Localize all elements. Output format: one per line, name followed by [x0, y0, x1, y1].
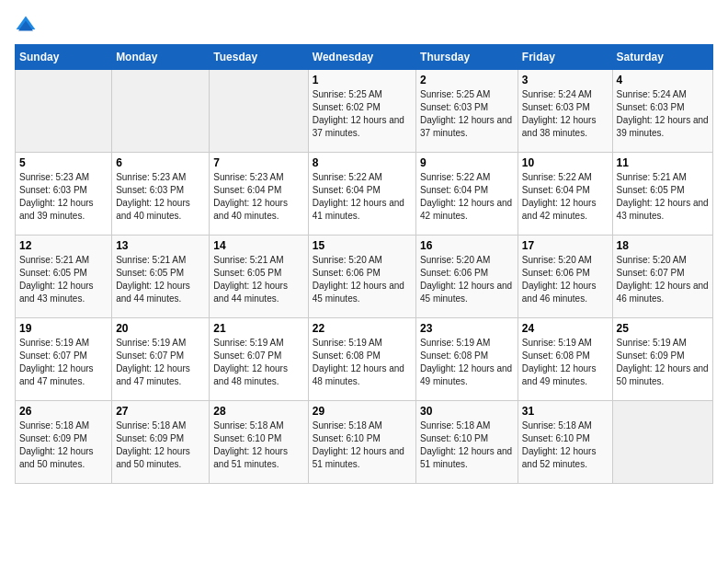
day-number: 12 — [19, 239, 108, 252]
calendar-cell: 10Sunrise: 5:22 AMSunset: 6:04 PMDayligh… — [518, 153, 612, 236]
day-info: Sunrise: 5:20 AMSunset: 6:06 PMDaylight:… — [313, 254, 412, 305]
calendar-cell: 31Sunrise: 5:18 AMSunset: 6:10 PMDayligh… — [518, 401, 612, 484]
day-number: 21 — [213, 322, 303, 335]
calendar-cell: 13Sunrise: 5:21 AMSunset: 6:05 PMDayligh… — [112, 236, 210, 318]
day-info: Sunrise: 5:19 AMSunset: 6:07 PMDaylight:… — [116, 337, 205, 388]
day-number: 1 — [313, 74, 412, 86]
day-info: Sunrise: 5:18 AMSunset: 6:10 PMDaylight:… — [522, 419, 609, 471]
day-info: Sunrise: 5:18 AMSunset: 6:09 PMDaylight:… — [19, 419, 108, 471]
calendar-cell: 30Sunrise: 5:18 AMSunset: 6:10 PMDayligh… — [416, 401, 518, 484]
calendar-cell: 26Sunrise: 5:18 AMSunset: 6:09 PMDayligh… — [16, 401, 112, 484]
day-info: Sunrise: 5:21 AMSunset: 6:05 PMDaylight:… — [213, 254, 303, 305]
day-info: Sunrise: 5:24 AMSunset: 6:03 PMDaylight:… — [617, 88, 709, 140]
day-number: 4 — [617, 74, 709, 86]
day-number: 18 — [617, 239, 709, 252]
day-info: Sunrise: 5:25 AMSunset: 6:03 PMDaylight:… — [420, 88, 514, 140]
day-number: 23 — [420, 322, 514, 335]
day-info: Sunrise: 5:19 AMSunset: 6:08 PMDaylight:… — [313, 337, 412, 388]
calendar-cell: 23Sunrise: 5:19 AMSunset: 6:08 PMDayligh… — [416, 318, 518, 401]
day-info: Sunrise: 5:19 AMSunset: 6:07 PMDaylight:… — [213, 337, 303, 388]
day-number: 27 — [116, 405, 205, 418]
page-header — [15, 15, 713, 37]
day-number: 15 — [313, 239, 412, 252]
calendar-cell: 25Sunrise: 5:19 AMSunset: 6:09 PMDayligh… — [612, 318, 712, 401]
calendar-cell: 14Sunrise: 5:21 AMSunset: 6:05 PMDayligh… — [210, 236, 308, 318]
calendar-cell: 11Sunrise: 5:21 AMSunset: 6:05 PMDayligh… — [612, 153, 712, 236]
day-info: Sunrise: 5:20 AMSunset: 6:07 PMDaylight:… — [617, 254, 709, 305]
calendar-cell: 2Sunrise: 5:25 AMSunset: 6:03 PMDaylight… — [416, 70, 518, 153]
day-info: Sunrise: 5:22 AMSunset: 6:04 PMDaylight:… — [420, 171, 514, 223]
logo — [15, 15, 40, 37]
calendar-cell: 18Sunrise: 5:20 AMSunset: 6:07 PMDayligh… — [612, 236, 712, 318]
day-info: Sunrise: 5:19 AMSunset: 6:08 PMDaylight:… — [420, 337, 514, 388]
calendar-cell: 22Sunrise: 5:19 AMSunset: 6:08 PMDayligh… — [308, 318, 415, 401]
calendar-cell: 15Sunrise: 5:20 AMSunset: 6:06 PMDayligh… — [308, 236, 415, 318]
header-day-monday: Monday — [112, 45, 210, 70]
day-info: Sunrise: 5:19 AMSunset: 6:09 PMDaylight:… — [617, 337, 709, 388]
day-info: Sunrise: 5:19 AMSunset: 6:08 PMDaylight:… — [522, 337, 609, 388]
day-number: 19 — [19, 322, 108, 335]
day-info: Sunrise: 5:25 AMSunset: 6:02 PMDaylight:… — [313, 88, 412, 140]
logo-icon — [15, 15, 37, 37]
day-number: 22 — [313, 322, 412, 335]
calendar-cell: 3Sunrise: 5:24 AMSunset: 6:03 PMDaylight… — [518, 70, 612, 153]
calendar-cell: 27Sunrise: 5:18 AMSunset: 6:09 PMDayligh… — [112, 401, 210, 484]
calendar-cell: 6Sunrise: 5:23 AMSunset: 6:03 PMDaylight… — [112, 153, 210, 236]
day-number: 14 — [213, 239, 303, 252]
calendar-cell: 19Sunrise: 5:19 AMSunset: 6:07 PMDayligh… — [16, 318, 112, 401]
calendar-cell: 5Sunrise: 5:23 AMSunset: 6:03 PMDaylight… — [16, 153, 112, 236]
day-info: Sunrise: 5:18 AMSunset: 6:10 PMDaylight:… — [313, 419, 412, 471]
day-info: Sunrise: 5:20 AMSunset: 6:06 PMDaylight:… — [420, 254, 514, 305]
day-info: Sunrise: 5:23 AMSunset: 6:04 PMDaylight:… — [213, 171, 303, 223]
day-number: 11 — [617, 156, 709, 169]
calendar-cell: 21Sunrise: 5:19 AMSunset: 6:07 PMDayligh… — [210, 318, 308, 401]
calendar-cell: 4Sunrise: 5:24 AMSunset: 6:03 PMDaylight… — [612, 70, 712, 153]
header-day-sunday: Sunday — [16, 45, 112, 70]
day-info: Sunrise: 5:24 AMSunset: 6:03 PMDaylight:… — [522, 88, 609, 140]
day-number: 5 — [19, 156, 108, 169]
day-info: Sunrise: 5:21 AMSunset: 6:05 PMDaylight:… — [19, 254, 108, 305]
header-day-friday: Friday — [518, 45, 612, 70]
calendar-cell: 28Sunrise: 5:18 AMSunset: 6:10 PMDayligh… — [210, 401, 308, 484]
day-number: 7 — [213, 156, 303, 169]
day-number: 3 — [522, 74, 609, 86]
calendar-cell — [112, 70, 210, 153]
calendar-table: SundayMondayTuesdayWednesdayThursdayFrid… — [15, 44, 713, 484]
day-info: Sunrise: 5:18 AMSunset: 6:09 PMDaylight:… — [116, 419, 205, 471]
day-number: 31 — [522, 405, 609, 418]
day-info: Sunrise: 5:22 AMSunset: 6:04 PMDaylight:… — [313, 171, 412, 223]
calendar-cell: 12Sunrise: 5:21 AMSunset: 6:05 PMDayligh… — [16, 236, 112, 318]
day-info: Sunrise: 5:18 AMSunset: 6:10 PMDaylight:… — [420, 419, 514, 471]
day-number: 10 — [522, 156, 609, 169]
calendar-cell: 16Sunrise: 5:20 AMSunset: 6:06 PMDayligh… — [416, 236, 518, 318]
header-day-tuesday: Tuesday — [210, 45, 308, 70]
day-number: 30 — [420, 405, 514, 418]
calendar-cell: 24Sunrise: 5:19 AMSunset: 6:08 PMDayligh… — [518, 318, 612, 401]
day-info: Sunrise: 5:21 AMSunset: 6:05 PMDaylight:… — [116, 254, 205, 305]
calendar-cell: 9Sunrise: 5:22 AMSunset: 6:04 PMDaylight… — [416, 153, 518, 236]
day-number: 20 — [116, 322, 205, 335]
day-number: 26 — [19, 405, 108, 418]
week-row-1: 1Sunrise: 5:25 AMSunset: 6:02 PMDaylight… — [16, 70, 713, 153]
day-info: Sunrise: 5:21 AMSunset: 6:05 PMDaylight:… — [617, 171, 709, 223]
calendar-cell — [612, 401, 712, 484]
header-day-thursday: Thursday — [416, 45, 518, 70]
calendar-cell: 7Sunrise: 5:23 AMSunset: 6:04 PMDaylight… — [210, 153, 308, 236]
day-number: 28 — [213, 405, 303, 418]
day-number: 2 — [420, 74, 514, 86]
week-row-3: 12Sunrise: 5:21 AMSunset: 6:05 PMDayligh… — [16, 236, 713, 318]
header-day-wednesday: Wednesday — [308, 45, 415, 70]
day-number: 16 — [420, 239, 514, 252]
header-day-saturday: Saturday — [612, 45, 712, 70]
day-info: Sunrise: 5:23 AMSunset: 6:03 PMDaylight:… — [116, 171, 205, 223]
day-number: 9 — [420, 156, 514, 169]
calendar-cell — [210, 70, 308, 153]
day-number: 29 — [313, 405, 412, 418]
calendar-cell: 8Sunrise: 5:22 AMSunset: 6:04 PMDaylight… — [308, 153, 415, 236]
day-info: Sunrise: 5:20 AMSunset: 6:06 PMDaylight:… — [522, 254, 609, 305]
day-info: Sunrise: 5:23 AMSunset: 6:03 PMDaylight:… — [19, 171, 108, 223]
day-number: 6 — [116, 156, 205, 169]
week-row-2: 5Sunrise: 5:23 AMSunset: 6:03 PMDaylight… — [16, 153, 713, 236]
day-number: 17 — [522, 239, 609, 252]
day-number: 13 — [116, 239, 205, 252]
